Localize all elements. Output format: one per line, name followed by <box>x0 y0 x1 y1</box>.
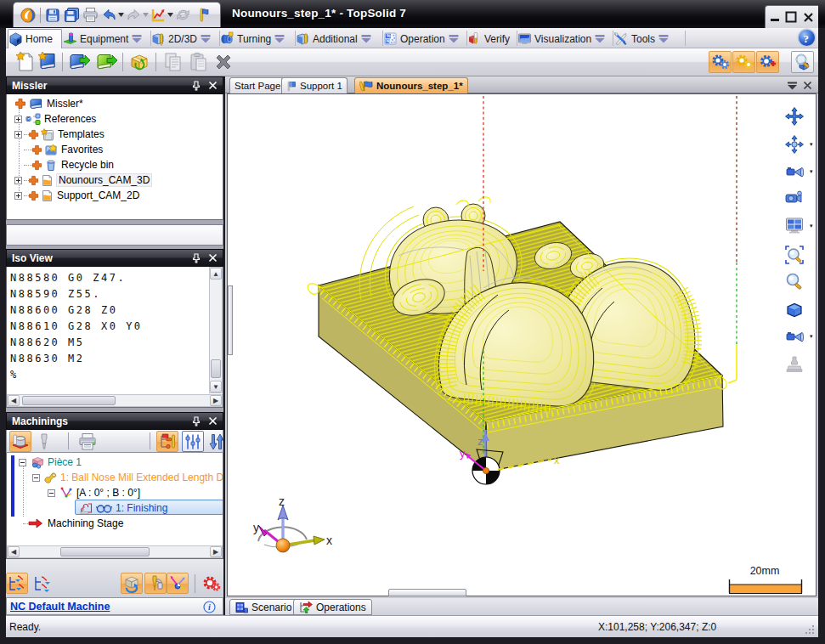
info-icon[interactable]: i <box>203 601 216 613</box>
tree-item-templates[interactable]: Templates <box>7 127 105 142</box>
new-document-button[interactable] <box>14 50 37 74</box>
undo-button[interactable] <box>99 6 118 25</box>
orbit-dropdown[interactable]: ▾ <box>810 141 817 148</box>
close-icon[interactable] <box>208 81 218 90</box>
zoom-window-button[interactable] <box>783 244 805 266</box>
view-direction-button[interactable] <box>783 161 805 183</box>
tool-setup-button[interactable] <box>33 431 55 452</box>
tree-filter-1-button[interactable] <box>6 573 28 594</box>
scroll-left-arrow[interactable]: ◀ <box>8 395 20 406</box>
machine-view-button[interactable] <box>783 353 805 376</box>
scroll-thumb[interactable] <box>60 547 150 556</box>
iso-view-button[interactable] <box>783 299 805 321</box>
camera-button[interactable] <box>783 187 805 209</box>
scroll-right-arrow[interactable]: ▶ <box>210 395 222 406</box>
view-from-face-button[interactable] <box>783 325 805 347</box>
parameters-view-button[interactable] <box>182 431 204 452</box>
scroll-down-arrow[interactable]: ▼ <box>210 381 222 393</box>
close-button[interactable] <box>803 12 814 23</box>
workpiece-setup-button[interactable] <box>9 431 31 452</box>
ribbon-tab-operation[interactable]: % N. Operation <box>383 29 466 48</box>
tree-view-button[interactable] <box>156 431 178 452</box>
expand-minus-icon[interactable] <box>32 474 40 482</box>
show-tool-button[interactable] <box>144 573 167 594</box>
tree-filter-2-button[interactable] <box>31 573 54 594</box>
tree-item-support-cam-2d[interactable]: Support_CAM_2D <box>7 188 139 203</box>
copy-button[interactable] <box>161 50 185 74</box>
scroll-thumb[interactable] <box>211 359 221 378</box>
expand-minus-icon[interactable] <box>19 459 26 466</box>
scroll-left-arrow[interactable]: ◀ <box>8 546 20 557</box>
ribbon-tab-additional[interactable]: Additional <box>296 29 382 48</box>
tree-item-piece[interactable]: Pièce 1 <box>7 455 82 470</box>
topsolid-logo-icon[interactable] <box>19 6 37 25</box>
doc-tab-support-1[interactable]: Support 1 <box>281 77 348 93</box>
flag-button[interactable] <box>192 6 211 25</box>
new-from-template-button[interactable] <box>36 50 59 74</box>
close-icon[interactable] <box>208 253 218 263</box>
tree-item-finishing[interactable]: 1: Finishing <box>7 500 167 516</box>
tab-operations[interactable]: Operations <box>293 599 372 615</box>
tree-item-missler-root[interactable]: Missler* <box>7 96 83 111</box>
simulation-button[interactable] <box>201 573 223 594</box>
expand-plus-icon[interactable] <box>14 116 22 123</box>
undo-dropdown[interactable] <box>118 6 124 25</box>
generate-machining-button[interactable] <box>709 51 732 73</box>
tree-item-nounours-cam-3d[interactable]: Nounours_CAM_3D <box>7 172 151 188</box>
left-splitter-handle[interactable] <box>228 285 233 355</box>
tab-scenario[interactable]: Scenario <box>229 599 297 615</box>
view-from-face-dropdown[interactable]: ▾ <box>810 333 817 340</box>
orbit-view-button[interactable] <box>783 133 805 155</box>
save-all-button[interactable] <box>62 6 81 25</box>
show-stock-button[interactable] <box>121 573 143 594</box>
ribbon-tab-visualization[interactable]: Visualization <box>517 29 613 48</box>
iso-horizontal-scrollbar[interactable]: ◀ ▶ <box>7 394 223 407</box>
save-button[interactable] <box>43 6 62 25</box>
viewport-layout-button[interactable] <box>783 215 805 237</box>
ribbon-tab-turning[interactable]: Turning <box>220 29 295 48</box>
ribbon-tab-2d3d[interactable]: 2D/3D <box>151 29 219 48</box>
expand-plus-icon[interactable] <box>14 177 22 184</box>
expand-plus-icon[interactable] <box>14 192 22 200</box>
export-dropdown[interactable] <box>167 6 173 25</box>
pin-icon[interactable] <box>192 81 201 91</box>
missler-filter-box[interactable] <box>6 224 223 246</box>
iso-vertical-scrollbar[interactable]: ▲ ▼ <box>209 267 223 393</box>
tree-item-recycle-bin[interactable]: Recycle bin <box>7 157 114 172</box>
stop-computation-button[interactable] <box>756 51 779 73</box>
scroll-up-arrow[interactable]: ▲ <box>210 268 222 280</box>
resize-grip-icon[interactable] <box>805 625 816 636</box>
doc-tab-start-page[interactable]: Start Page <box>229 77 285 93</box>
view-direction-dropdown[interactable]: ▾ <box>810 168 817 175</box>
print-button[interactable] <box>81 6 99 25</box>
ribbon-tab-tools[interactable]: Tools <box>613 29 684 48</box>
open-document-button[interactable] <box>67 50 91 74</box>
tab-list-chevron-icon[interactable] <box>787 82 798 90</box>
doc-tab-nounours[interactable]: Nounours_step_1* <box>354 77 468 93</box>
ribbon-tab-verify[interactable]: Verify <box>467 29 517 48</box>
scroll-right-arrow[interactable]: ▶ <box>210 546 222 557</box>
machinings-horizontal-scrollbar[interactable]: ◀ ▶ <box>7 545 223 558</box>
minimize-button[interactable] <box>770 11 780 23</box>
tree-item-favorites[interactable]: Favorites <box>7 142 103 157</box>
tree-item-references[interactable]: G References <box>7 111 96 127</box>
close-icon[interactable] <box>208 416 218 426</box>
tree-item-machining-stage[interactable]: Machining Stage <box>7 516 123 531</box>
viewport-3d[interactable]: z y x z y x <box>227 93 817 596</box>
redo-dropdown[interactable] <box>143 6 149 25</box>
refresh-button[interactable] <box>173 6 192 25</box>
show-axes-button[interactable] <box>167 573 189 594</box>
pin-icon[interactable] <box>192 416 201 427</box>
help-button[interactable]: ? <box>797 28 817 50</box>
expand-minus-icon[interactable] <box>48 489 55 497</box>
redo-button[interactable] <box>124 6 143 25</box>
nc-machine-link[interactable]: NC Default Machine <box>10 601 110 613</box>
pan-view-button[interactable] <box>783 105 805 127</box>
paste-button[interactable] <box>187 50 211 74</box>
close-document-icon[interactable] <box>803 81 812 90</box>
print-gcode-button[interactable] <box>76 431 99 452</box>
ribbon-tab-home[interactable]: Home <box>8 29 62 48</box>
package-button[interactable] <box>127 50 151 74</box>
delete-button[interactable] <box>212 50 235 74</box>
compute-all-button[interactable] <box>732 51 755 73</box>
